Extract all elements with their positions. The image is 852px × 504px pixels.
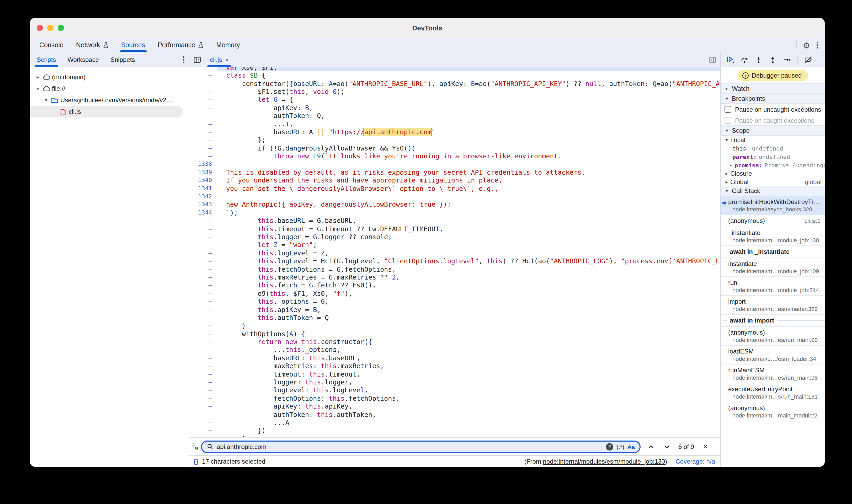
tree-item--no-domain-[interactable]: ▸(no domain) — [30, 71, 189, 83]
kebab-menu-icon[interactable] — [816, 41, 818, 49]
collapse-panel-icon[interactable] — [194, 56, 201, 63]
code-editor[interactable]: var Xs0, $F1;–class $B {– constructor({b… — [190, 67, 720, 437]
sidebar-tab-workspace[interactable]: Workspace — [61, 52, 105, 67]
line-gutter[interactable]: – — [190, 120, 217, 127]
scope-property-parent[interactable]: parent:undefined — [721, 152, 825, 161]
checkbox[interactable] — [725, 117, 731, 124]
line-gutter[interactable]: – — [190, 80, 217, 87]
line-gutter[interactable]: – — [190, 266, 217, 272]
caret-icon[interactable]: ▸ — [723, 179, 730, 185]
search-input[interactable] — [217, 443, 603, 450]
traffic-minimize-icon[interactable] — [47, 25, 54, 31]
line-gutter[interactable]: – — [190, 128, 217, 135]
line-gutter[interactable]: – — [190, 395, 217, 402]
coverage-link[interactable]: Coverage: n/a — [675, 457, 715, 465]
scope-property-promise[interactable]: ▸promise:Promise {<pending>} — [721, 161, 825, 169]
caret-icon[interactable]: ▾ — [34, 86, 41, 91]
tab-performance[interactable]: Performance — [152, 38, 210, 52]
tab-sources[interactable]: Sources — [114, 38, 152, 52]
callstack-frame[interactable]: instantiatenode:internal/m…module_job:10… — [721, 258, 825, 277]
callstack-frame[interactable]: importnode:internal/m…esm/loader:329 — [721, 296, 825, 315]
line-gutter[interactable]: – — [190, 330, 217, 337]
line-gutter[interactable]: – — [190, 282, 217, 289]
line-gutter[interactable]: – — [190, 112, 217, 119]
line-gutter[interactable]: – — [190, 419, 217, 426]
close-icon[interactable]: ✕ — [703, 443, 708, 450]
callstack-frame[interactable]: executeUserEntryPointnode:internal/m…s/r… — [721, 383, 825, 402]
line-gutter[interactable]: 1339 — [190, 169, 217, 176]
clear-icon[interactable]: ✕ — [606, 443, 614, 450]
chevron-down-icon[interactable] — [664, 445, 670, 449]
line-gutter[interactable]: – — [190, 250, 217, 256]
line-gutter[interactable]: – — [190, 355, 217, 361]
line-gutter[interactable]: – — [190, 290, 217, 296]
line-gutter[interactable]: – — [190, 338, 217, 345]
line-gutter[interactable]: – — [190, 225, 217, 232]
line-gutter[interactable]: 1341 — [190, 185, 217, 192]
traffic-zoom-icon[interactable] — [58, 25, 64, 31]
line-gutter[interactable]: – — [190, 241, 217, 248]
line-gutter[interactable]: – — [190, 403, 217, 410]
toggle-right-panel-icon[interactable] — [709, 56, 716, 63]
sidebar-tab-scripts[interactable]: Scripts — [31, 52, 61, 67]
line-gutter[interactable]: – — [190, 298, 217, 305]
section-breakpoints[interactable]: ▾ Breakpoints — [721, 93, 825, 104]
tab-network[interactable]: Network — [70, 38, 115, 52]
line-gutter[interactable]: – — [190, 314, 217, 321]
tab-cli-js[interactable]: cli.js × — [207, 52, 232, 67]
caret-icon[interactable]: ▸ — [727, 163, 734, 168]
caret-icon[interactable]: ▸ — [723, 171, 730, 176]
line-gutter[interactable]: 1340 — [190, 177, 217, 184]
line-gutter[interactable]: – — [190, 233, 217, 240]
callstack-frame[interactable]: runMainESMnode:internal/m…es/run_main:98 — [721, 364, 825, 383]
tree-item-file-[interactable]: ▾file:// — [30, 83, 189, 94]
tree-item-users-jinhuilee-nvm-versions-node-v2-[interactable]: ▾Users/jinhuilee/.nvm/versions/node/v2… — [30, 94, 189, 106]
line-gutter[interactable]: – — [190, 371, 217, 377]
line-gutter[interactable]: – — [190, 435, 217, 437]
scope-group-global[interactable]: ▸Globalglobal — [721, 178, 825, 186]
callstack-frame[interactable]: runnode:internal/m…module_job:214 — [721, 277, 825, 296]
line-gutter[interactable]: – — [190, 144, 217, 151]
close-icon[interactable]: × — [225, 56, 229, 63]
scope-group-local[interactable]: ▾Local — [721, 136, 825, 144]
line-gutter[interactable]: – — [190, 346, 217, 353]
checkbox[interactable] — [725, 106, 731, 113]
callstack-frame[interactable]: _instantiatenode:internal/m…module_job:1… — [721, 227, 825, 246]
line-gutter[interactable]: – — [190, 88, 217, 95]
scope-group-closure[interactable]: ▸Closure — [721, 169, 825, 178]
gear-icon[interactable]: ⚙ — [803, 41, 810, 49]
kebab-menu-icon[interactable] — [182, 55, 185, 64]
step-into-icon[interactable] — [755, 56, 762, 63]
line-gutter[interactable]: – — [190, 137, 217, 143]
line-gutter[interactable]: – — [190, 411, 217, 418]
step-icon[interactable] — [783, 56, 791, 63]
line-gutter[interactable]: – — [190, 96, 217, 103]
line-gutter[interactable]: – — [190, 306, 217, 313]
scope-property-this[interactable]: this:undefined — [721, 144, 825, 152]
sidebar-tab-snippets[interactable]: Snippets — [105, 52, 141, 67]
section-callstack[interactable]: ▾ Call Stack — [721, 186, 825, 196]
section-watch[interactable]: ▸ Watch — [721, 84, 825, 94]
line-gutter[interactable]: – — [190, 363, 217, 370]
line-gutter[interactable]: – — [190, 217, 217, 224]
callstack-frame[interactable]: loadESMnode:internal/p…/esm_loader:34 — [721, 346, 825, 364]
callstack-frame[interactable]: (anonymous)node:internal/m…main_module:2 — [721, 402, 825, 421]
line-gutter[interactable]: – — [190, 257, 217, 264]
line-gutter[interactable]: 1344 — [190, 209, 217, 216]
line-gutter[interactable]: – — [190, 72, 217, 79]
traffic-close-icon[interactable] — [37, 25, 43, 31]
regex-toggle[interactable]: (.*) — [617, 444, 624, 450]
caret-icon[interactable]: ▾ — [723, 138, 730, 143]
line-gutter[interactable]: 1338 — [190, 161, 217, 167]
section-scope[interactable]: ▾ Scope — [721, 125, 825, 136]
callstack-frame[interactable]: (anonymous)cli.js:1 — [721, 215, 825, 227]
match-case-toggle[interactable]: Aa — [627, 444, 635, 450]
resume-icon[interactable] — [726, 56, 734, 64]
line-gutter[interactable]: – — [190, 427, 217, 434]
chevron-up-icon[interactable] — [648, 445, 654, 449]
from-link[interactable]: node:internal/modules/esm/module_job:130 — [543, 457, 665, 465]
callstack-frame[interactable]: (anonymous)node:internal/m…es/run_main:9… — [721, 327, 825, 346]
caret-icon[interactable]: ▸ — [34, 74, 41, 80]
line-gutter[interactable]: 1342 — [190, 193, 217, 200]
braces-icon[interactable]: {} — [194, 458, 198, 464]
